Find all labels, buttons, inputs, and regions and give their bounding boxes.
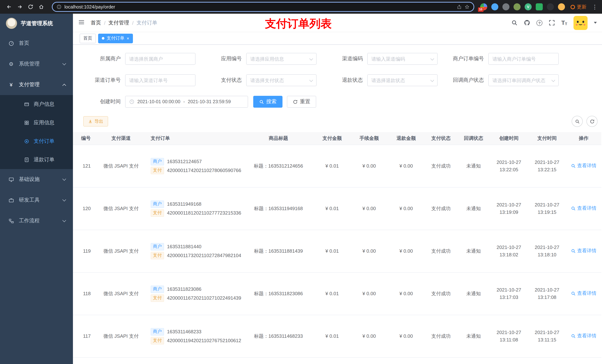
sidebar-item-pay-order[interactable]: 支付订单 — [0, 132, 73, 151]
font-size-icon[interactable]: TT — [561, 20, 567, 26]
filter-input-box[interactable] — [371, 77, 434, 83]
merchant-tag: 商户 — [151, 328, 164, 335]
sidebar-item-dev-tools[interactable]: 研发工具 — [0, 190, 73, 210]
help-icon[interactable]: ? — [537, 20, 542, 26]
cell-create-time — [490, 357, 528, 364]
cell-refund: ¥ 0.00 — [388, 187, 425, 230]
view-detail-link[interactable]: 查看详情 — [571, 248, 596, 254]
tab-pay-order[interactable]: 支付订单 × — [98, 33, 133, 43]
export-button[interactable]: 导出 — [83, 116, 108, 126]
close-icon[interactable]: × — [127, 36, 129, 41]
browser-extension-icon[interactable] — [514, 3, 521, 10]
search-icon[interactable] — [511, 20, 517, 26]
cell-fee — [351, 357, 388, 364]
view-detail-link[interactable]: 查看详情 — [571, 290, 596, 297]
cell-pay-time: 2021-10-27 13:18:10 — [528, 230, 566, 272]
browser-extension-icon[interactable] — [491, 3, 498, 10]
date-range-picker[interactable]: 2021-10-01 00:00:00 - 2021-10-31 23:59:5… — [125, 96, 248, 108]
caret-down-icon[interactable] — [594, 22, 597, 24]
orders-table: 编号 支付渠道 支付订单 商品标题 支付金额 手续金额 退款金额 支付状态 回调… — [73, 132, 602, 364]
url-bar[interactable]: localhost:1024/pay/order — [52, 2, 474, 12]
sidebar-item-home[interactable]: 首页 — [0, 33, 73, 54]
browser-extension-icon[interactable] — [536, 3, 543, 10]
home-icon[interactable] — [37, 2, 46, 11]
breadcrumb-home[interactable]: 首页 — [91, 20, 101, 26]
tag-view-bar: 首页 支付订单 × — [73, 32, 602, 45]
sidebar-item-system[interactable]: ⚙ 系统管理 — [0, 54, 73, 74]
filter-input[interactable] — [246, 74, 317, 86]
browser-menu-icon[interactable]: ⋮ — [592, 3, 598, 10]
cell-id: 117 — [73, 315, 95, 357]
cell-actions: 查看详情 — [566, 357, 601, 364]
filter-input-box[interactable] — [250, 77, 312, 83]
back-icon[interactable] — [4, 2, 14, 11]
sidebar-item-workflow[interactable]: 工作流程 — [0, 210, 73, 231]
chevron-down-icon — [62, 177, 66, 181]
cell-title: 标题： — [243, 357, 314, 364]
filter-input-box[interactable] — [129, 77, 191, 83]
filter-input[interactable] — [125, 53, 195, 65]
refresh-button[interactable] — [586, 116, 598, 127]
filter-input[interactable] — [488, 53, 559, 65]
filter-input[interactable] — [488, 74, 559, 86]
breadcrumb-pay-manage[interactable]: 支付管理 — [108, 20, 129, 26]
browser-extension-icon[interactable] — [558, 3, 565, 10]
filter-input-box[interactable] — [492, 77, 555, 83]
cell-amount: ¥ 0.01 — [314, 187, 351, 230]
app-logo[interactable]: 芋道管理系统 — [0, 14, 73, 33]
cell-status: 支付成功 — [425, 272, 457, 315]
browser-extension-icon[interactable]: V — [525, 3, 532, 10]
sidebar-item-refund-order[interactable]: 退款订单 — [0, 151, 73, 169]
bookmark-star-icon[interactable] — [465, 4, 469, 9]
cell-fee: ¥ 0.00 — [351, 145, 388, 187]
filter-input-box[interactable] — [129, 56, 191, 62]
view-detail-link[interactable]: 查看详情 — [571, 205, 596, 212]
cell-id: 116 — [73, 357, 95, 364]
filter-input[interactable] — [246, 53, 317, 65]
browser-extension-icon[interactable]: 10 — [480, 3, 487, 10]
active-dot-icon — [102, 37, 104, 40]
filter-input-box[interactable] — [492, 56, 555, 62]
github-icon[interactable] — [524, 20, 530, 26]
share-icon[interactable] — [457, 4, 462, 9]
toggle-search-button[interactable] — [572, 116, 583, 127]
user-avatar[interactable] — [573, 16, 588, 30]
tab-home[interactable]: 首页 — [80, 33, 96, 43]
merchant-order-no: 1635311881440 — [167, 244, 201, 249]
sidebar-item-app-info[interactable]: 应用信息 — [0, 114, 73, 132]
filter-input[interactable] — [125, 74, 195, 86]
cell-refund: ¥ 0.00 — [388, 230, 425, 272]
pay-order-no: 4200001181202110277723215336 — [167, 210, 241, 216]
fullscreen-icon[interactable] — [549, 20, 555, 26]
table-toolbar: 导出 — [73, 116, 602, 127]
search-button[interactable]: 搜索 — [253, 96, 282, 108]
browser-extension-icon[interactable] — [502, 3, 509, 10]
filter-input[interactable] — [367, 53, 438, 65]
reload-icon[interactable] — [26, 2, 35, 11]
chevron-down-icon — [62, 198, 66, 201]
forward-icon[interactable] — [15, 2, 24, 11]
cell-title: 标题：1635312124656 — [243, 145, 314, 187]
app-title: 芋道管理系统 — [21, 20, 53, 27]
filter-input-box[interactable] — [250, 56, 312, 62]
browser-extension-icon[interactable] — [547, 3, 554, 10]
hamburger-icon[interactable] — [78, 19, 85, 27]
filter-input-box[interactable] — [371, 56, 434, 62]
cell-notify: 未通知 — [457, 315, 490, 357]
column-header-order: 支付订单 — [147, 132, 243, 145]
cell-id: 121 — [73, 145, 95, 187]
gear-icon: ⚙ — [8, 61, 14, 67]
reset-button[interactable]: 重置 — [287, 96, 316, 108]
sidebar-item-payment[interactable]: ¥ 支付管理 — [0, 74, 73, 95]
sidebar-item-merchant-info[interactable]: 商户信息 — [0, 95, 73, 114]
dashboard-icon — [8, 40, 14, 46]
cell-status: 支付成功 — [425, 145, 457, 187]
view-detail-link[interactable]: 查看详情 — [571, 333, 596, 339]
merchant-tag: 商户 — [151, 243, 164, 250]
browser-update-button[interactable]: 更新 — [570, 3, 586, 10]
sidebar-item-infrastructure[interactable]: 基础设施 — [0, 169, 73, 190]
cell-notify — [457, 357, 490, 364]
filter-input[interactable] — [367, 74, 438, 86]
view-detail-link[interactable]: 查看详情 — [571, 163, 596, 169]
merchant-order-no: 1635312124657 — [167, 159, 202, 164]
